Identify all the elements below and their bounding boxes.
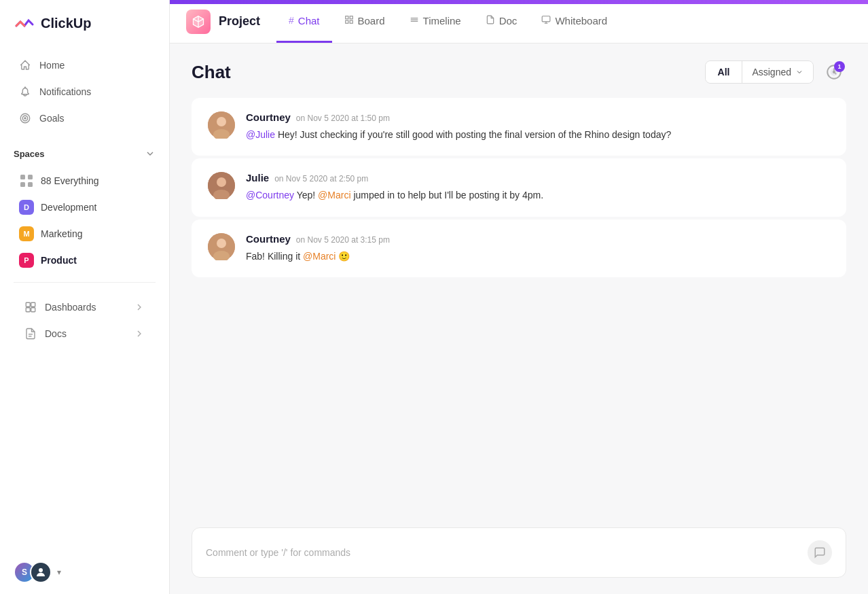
sidebar-item-marketing[interactable]: M Marketing (11, 221, 158, 247)
notification-badge: 1 (834, 61, 845, 72)
spaces-list: 88 Everything D Development M Marketing … (0, 164, 169, 277)
product-badge: P (19, 253, 34, 268)
mention-courtney: @Courtney (246, 190, 294, 200)
dashboard-icon (24, 301, 37, 313)
spaces-section: Spaces (0, 137, 169, 164)
svg-rect-15 (350, 16, 352, 18)
svg-point-13 (39, 568, 43, 572)
marketing-badge: M (19, 226, 34, 241)
svg-rect-7 (26, 302, 30, 307)
spaces-header[interactable]: Spaces (14, 148, 156, 159)
sidebar-item-notifications[interactable]: Notifications (5, 79, 164, 105)
docs-icon (24, 328, 37, 340)
project-title: Project (219, 14, 260, 29)
grid-icon (19, 173, 34, 188)
sidebar-item-everything[interactable]: 88 Everything (11, 168, 158, 194)
sidebar-footer[interactable]: S ▾ (0, 551, 169, 594)
sidebar-item-development[interactable]: D Development (11, 194, 158, 220)
tab-chat[interactable]: # Chat (276, 0, 331, 43)
message-item-2: Julie on Nov 5 2020 at 2:50 pm @Courtney… (192, 158, 846, 216)
sidebar-item-goals[interactable]: Goals (5, 105, 164, 131)
msg-author-1: Courtney (246, 111, 291, 123)
msg-emoji: 🙂 (338, 251, 350, 262)
product-label: Product (41, 255, 77, 266)
send-button[interactable] (808, 540, 832, 565)
project-icon (186, 10, 211, 34)
docs-label: Docs (45, 328, 67, 339)
spaces-title: Spaces (14, 149, 45, 159)
msg-time-1: on Nov 5 2020 at 1:50 pm (296, 113, 390, 123)
msg-text-1: @Julie Hey! Just checking if you're stil… (246, 127, 830, 142)
logo[interactable]: ClickUp (0, 0, 169, 46)
svg-rect-4 (28, 175, 33, 179)
tab-whiteboard-label: Whiteboard (555, 15, 607, 27)
dashboards-label: Dashboards (45, 302, 96, 313)
svg-rect-6 (28, 182, 33, 187)
svg-rect-8 (31, 302, 35, 307)
message-item-3: Courtney on Nov 5 2020 at 3:15 pm Fab! K… (192, 220, 846, 277)
bottom-nav: Dashboards Docs (0, 288, 169, 353)
sidebar-item-docs[interactable]: Docs (11, 321, 158, 347)
sidebar-item-dashboards[interactable]: Dashboards (11, 294, 158, 320)
comment-box[interactable]: Comment or type '/' for commands (192, 527, 846, 578)
divider (14, 282, 156, 283)
tab-list: # Chat Board Timeline Doc (276, 0, 619, 43)
sidebar-item-notifications-label: Notifications (39, 86, 91, 97)
msg-time-2: on Nov 5 2020 at 2:50 pm (274, 174, 368, 184)
msg-body-3: Courtney on Nov 5 2020 at 3:15 pm Fab! K… (246, 233, 830, 264)
courtney-avatar-2 (208, 233, 235, 260)
send-icon (814, 546, 826, 559)
tab-chat-label: Chat (298, 15, 320, 27)
tab-doc[interactable]: Doc (473, 0, 530, 43)
svg-point-26 (217, 117, 226, 126)
svg-point-2 (24, 118, 26, 119)
sidebar-item-home[interactable]: Home (5, 52, 164, 78)
msg-text-2b: jumped in to help but I'll be posting it… (353, 190, 543, 200)
development-badge: D (19, 200, 34, 215)
svg-rect-16 (345, 20, 348, 23)
sidebar-item-goals-label: Goals (39, 113, 65, 124)
filter-assigned-label: Assigned (752, 67, 791, 77)
sidebar-item-product[interactable]: P Product (11, 247, 158, 273)
svg-rect-21 (543, 16, 551, 21)
svg-point-32 (217, 239, 226, 248)
svg-rect-3 (20, 175, 25, 179)
message-item: Courtney on Nov 5 2020 at 1:50 pm @Julie… (192, 98, 846, 156)
notification-icon-button[interactable]: 1 (822, 60, 846, 84)
svg-rect-5 (20, 182, 25, 187)
svg-rect-14 (345, 16, 348, 18)
svg-rect-17 (350, 20, 352, 23)
mention-julie: @Julie (246, 129, 275, 140)
svg-point-29 (217, 177, 226, 187)
sidebar-item-home-label: Home (39, 60, 65, 71)
messages-list: Courtney on Nov 5 2020 at 1:50 pm @Julie… (192, 98, 846, 519)
msg-author-3: Courtney (246, 233, 291, 245)
filter-assigned-button[interactable]: Assigned (742, 61, 813, 83)
main-content: Project # Chat Board Timeline (170, 0, 868, 594)
home-icon (19, 59, 31, 71)
mention-marci-2: @Marci (303, 251, 336, 262)
chat-header-right: All Assigned 1 (705, 60, 846, 84)
tab-doc-label: Doc (499, 15, 518, 27)
tab-timeline[interactable]: Timeline (397, 0, 473, 43)
tab-whiteboard[interactable]: Whiteboard (529, 0, 619, 43)
chat-container: Chat All Assigned (170, 43, 868, 594)
tab-board-label: Board (358, 15, 385, 27)
svg-rect-10 (31, 308, 35, 312)
header: Project # Chat Board Timeline (170, 0, 868, 43)
footer-chevron: ▾ (57, 567, 61, 577)
board-tab-icon (344, 15, 354, 27)
logo-text: ClickUp (41, 16, 91, 31)
chat-title: Chat (192, 62, 231, 83)
whiteboard-tab-icon (541, 15, 551, 27)
msg-meta-2: Julie on Nov 5 2020 at 2:50 pm (246, 172, 830, 184)
chevron-right-docs-icon (134, 328, 145, 339)
tab-board[interactable]: Board (332, 0, 397, 43)
filter-all-button[interactable]: All (706, 61, 742, 83)
everything-label: 88 Everything (41, 175, 99, 186)
assigned-chevron-icon (795, 68, 803, 76)
msg-text-3a: Fab! Killing it (246, 251, 303, 262)
msg-body-1: Courtney on Nov 5 2020 at 1:50 pm @Julie… (246, 111, 830, 142)
chat-tab-icon: # (289, 15, 294, 26)
msg-text-2: @Courtney Yep! @Marci jumped in to help … (246, 188, 830, 203)
